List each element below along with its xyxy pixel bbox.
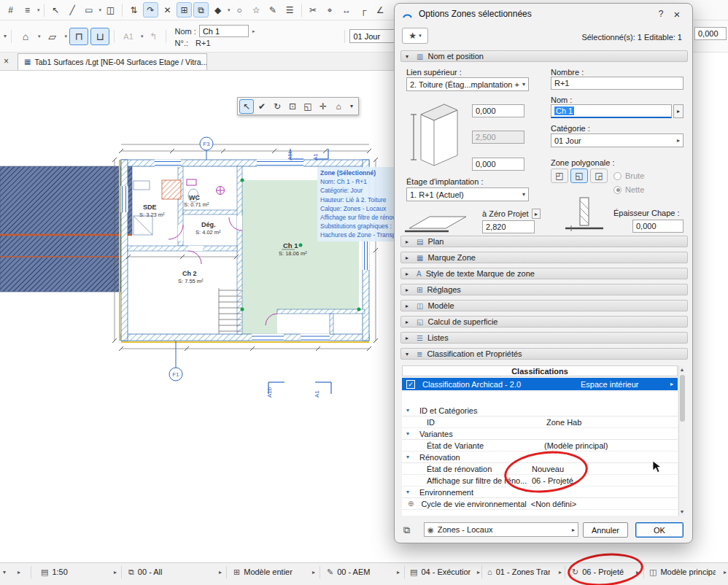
layer-combination-selector[interactable]: ⧉ 00 - All ▸	[128, 563, 222, 581]
elevation-marker-f1[interactable]: F1	[169, 341, 182, 381]
room-label-ch1[interactable]: Ch 1	[283, 241, 298, 249]
layer-combo-footer[interactable]: ◉ Zones - Locaux ▸	[424, 522, 578, 537]
scroll-down-icon[interactable]: ▼	[680, 509, 685, 514]
cut-icon[interactable]: ✂	[306, 2, 321, 18]
group-renovation[interactable]: ▾Rénovation	[402, 452, 678, 463]
property-row-id[interactable]: IDZone Hab	[402, 417, 678, 428]
more-icon[interactable]: ▾	[346, 99, 357, 114]
layer-settings-icon[interactable]: ⧉	[403, 524, 410, 536]
radio-brute[interactable]: Brute	[613, 171, 644, 180]
ok-button[interactable]: OK	[635, 522, 684, 538]
pen-set-selector[interactable]: ✎ 00 - AEM ▸	[327, 563, 400, 581]
expand-arrow[interactable]: ▸	[18, 563, 20, 581]
section-classification[interactable]: ▾≣Classification et Propriétés	[400, 348, 688, 360]
radio-nette[interactable]: Nette	[613, 185, 644, 194]
zone-manual-icon[interactable]: ◱	[570, 168, 588, 183]
layout-book-icon[interactable]: ◫	[103, 2, 118, 18]
nom-field[interactable]: Ch 1	[551, 104, 672, 118]
line-tool-icon[interactable]: ╱	[65, 2, 80, 18]
arc-tool-icon[interactable]: ○	[232, 2, 247, 18]
zero-projet-field[interactable]: 2,820	[482, 220, 535, 233]
nom-field[interactable]: Ch 1	[199, 25, 249, 37]
section-style-texte[interactable]: ▸AStyle de texte Marque de zone	[400, 268, 688, 279]
numero-field[interactable]: R+1	[191, 39, 211, 47]
design-option-selector[interactable]: ◫ Modèle principal ... ▸	[649, 563, 727, 581]
dialog-title-bar[interactable]: Options Zones sélectionnées ? ×	[395, 4, 692, 24]
section-plan[interactable]: ▸▤Plan	[400, 236, 688, 247]
section-listes[interactable]: ▸☰Listes	[400, 332, 688, 344]
floorplan-canvas[interactable]: SDE S: 3.23 m² WC S: 0.71 m² Dég. S: 4.0…	[0, 0, 394, 563]
box-edit-icon[interactable]: ◱	[301, 99, 315, 114]
redo-icon[interactable]: ↷	[143, 2, 158, 18]
confirm-icon[interactable]: ✔	[255, 99, 269, 114]
graphic-override-selector[interactable]: ⌂ 01 - Zones Transp... ▸	[487, 563, 562, 581]
property-row-etat-renovation[interactable]: État de rénovationNouveau	[402, 463, 678, 475]
scrollbar-thumb[interactable]	[680, 375, 685, 422]
text-size-tool[interactable]: A1	[119, 28, 138, 45]
epaisseur-chape-field[interactable]: 0,000	[632, 220, 684, 233]
arrow-mode-icon[interactable]: ↖	[239, 99, 254, 114]
help-icon[interactable]: ?	[653, 9, 669, 19]
zone-auto-icon[interactable]: ◰	[551, 168, 568, 183]
corner-tool-icon[interactable]: ┌	[356, 2, 371, 18]
grid-icon[interactable]: ⊞	[177, 2, 192, 18]
arrow-tool-icon[interactable]: ↖	[48, 2, 63, 18]
nom-field-expand[interactable]: ▸	[252, 28, 255, 34]
elevation-marker-f3[interactable]: F3	[200, 137, 213, 160]
model-view-options-selector[interactable]: ▤ 04 - Exécution (LO... ▸	[410, 563, 480, 581]
marquee-tool-icon[interactable]: ▭	[82, 2, 97, 18]
rotate-icon[interactable]: ↻	[270, 99, 284, 114]
stretch-icon[interactable]: ↔	[339, 2, 355, 18]
height-top-field[interactable]: 0,000	[472, 104, 524, 117]
lien-superieur-combo[interactable]: 2. Toiture (Étag...mplantation + 1)▾	[406, 77, 529, 91]
quick-options-caret[interactable]: ▾	[3, 563, 6, 581]
categorie-combo[interactable]: 01 Jour▸	[551, 133, 684, 147]
nombre-field[interactable]: R+1	[551, 77, 684, 90]
scrollbar[interactable]: ▲ ▼	[678, 365, 685, 516]
checkbox-checked-icon[interactable]: ✓	[406, 380, 415, 389]
group-variantes[interactable]: ▾Variantes	[402, 428, 678, 440]
classification-row[interactable]: ✓ Classification Archicad - 2.0 Espace i…	[402, 378, 678, 390]
annotate-icon[interactable]: ✎	[266, 2, 281, 18]
section-marque-zone[interactable]: ▸▦Marque Zone	[400, 252, 688, 263]
nom-field-menu[interactable]: ▸	[673, 104, 684, 118]
layers-icon[interactable]: ⧉	[193, 2, 209, 18]
zero-projet-menu[interactable]: ▸	[532, 209, 541, 219]
orientation-icon[interactable]: ↰	[146, 28, 161, 44]
property-row-cycle-vie[interactable]: ⊕ Cycle de vie environnemental <Non défi…	[402, 498, 678, 510]
scale-selector[interactable]: ▤ 1:50 ▸	[41, 563, 117, 581]
toolbar-options-caret[interactable]: ▾	[4, 33, 7, 39]
structure-display-selector[interactable]: ⊞ Modèle entier ▸	[233, 563, 315, 581]
move-icon[interactable]: ✛	[316, 99, 330, 114]
section-calcul[interactable]: ▸◱Calcul de superficie	[400, 316, 688, 328]
pen-set-icon[interactable]: ◆	[210, 2, 225, 18]
group-environnement[interactable]: ▾Environnement	[402, 487, 678, 498]
roof-tool-icon[interactable]: ⌂	[16, 28, 35, 45]
height-bottom-field[interactable]: 0,000	[472, 158, 524, 171]
property-row-affichage-filtre[interactable]: Affichage sur filtre de réno...06 - Proj…	[402, 475, 678, 487]
section-reglages[interactable]: ▸⊞Réglages	[400, 284, 688, 295]
renovation-filter-selector[interactable]: ↻ 06 - Projeté ▸	[572, 563, 639, 581]
delete-icon[interactable]: ✕	[160, 2, 175, 18]
grid-snap-icon[interactable]: #	[3, 2, 18, 18]
close-icon[interactable]: ×	[669, 8, 685, 20]
wall-reference-icon[interactable]: ⊓	[69, 28, 88, 45]
offset-icon[interactable]: ⊡	[285, 99, 300, 114]
main-menu-icon[interactable]: ≡	[20, 2, 35, 18]
list-icon[interactable]: ☰	[282, 2, 298, 18]
scroll-up-icon[interactable]: ▲	[680, 367, 685, 372]
property-row-variante[interactable]: État de Variante(Modèle principal)	[402, 440, 678, 452]
coordinate-field[interactable]: 0,000	[694, 27, 727, 40]
etage-combo[interactable]: 1. R+1 (Actuel)▾	[406, 187, 529, 201]
swap-views-icon[interactable]: ⇅	[126, 2, 142, 18]
cancel-button[interactable]: Annuler	[583, 522, 628, 538]
zone-reference-icon[interactable]: ◲	[590, 168, 608, 183]
section-modele[interactable]: ▸◫Modèle	[400, 300, 688, 311]
favorites-icon[interactable]: ☆	[249, 2, 264, 18]
angle-tool-icon[interactable]: ∠	[373, 2, 388, 18]
section-nom-position[interactable]: ▾ ▥ Nom et position	[400, 50, 688, 62]
wall-reference-2-icon[interactable]: ⊔	[90, 28, 109, 45]
snap-point-icon[interactable]: ⌖	[322, 2, 338, 18]
group-id-categories[interactable]: ▾ID et Catégories	[402, 405, 678, 417]
favorites-button[interactable]: ★ ▾	[402, 28, 428, 44]
